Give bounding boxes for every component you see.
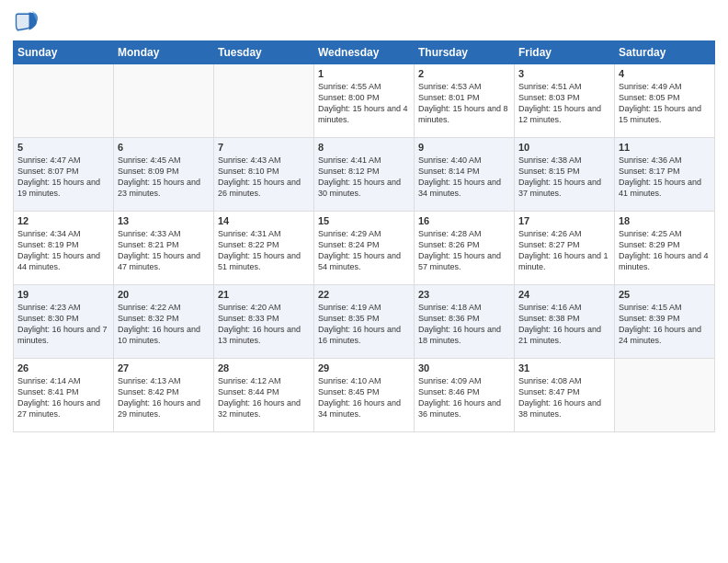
header-cell-saturday: Saturday bbox=[615, 41, 715, 64]
day-info: Sunrise: 4:47 AM Sunset: 8:07 PM Dayligh… bbox=[17, 155, 109, 200]
day-info: Sunrise: 4:08 AM Sunset: 8:47 PM Dayligh… bbox=[518, 375, 610, 420]
day-number: 27 bbox=[118, 362, 210, 373]
day-number: 24 bbox=[518, 289, 610, 300]
day-info: Sunrise: 4:49 AM Sunset: 8:05 PM Dayligh… bbox=[619, 81, 711, 126]
week-row-3: 19Sunrise: 4:23 AM Sunset: 8:30 PM Dayli… bbox=[14, 285, 715, 359]
day-number: 15 bbox=[318, 215, 410, 226]
day-number: 3 bbox=[518, 68, 610, 79]
day-cell: 17Sunrise: 4:26 AM Sunset: 8:27 PM Dayli… bbox=[515, 212, 615, 285]
day-info: Sunrise: 4:09 AM Sunset: 8:46 PM Dayligh… bbox=[418, 375, 510, 420]
day-cell: 26Sunrise: 4:14 AM Sunset: 8:41 PM Dayli… bbox=[14, 359, 114, 432]
day-cell: 20Sunrise: 4:22 AM Sunset: 8:32 PM Dayli… bbox=[114, 285, 214, 359]
header-cell-tuesday: Tuesday bbox=[214, 41, 314, 64]
week-row-4: 26Sunrise: 4:14 AM Sunset: 8:41 PM Dayli… bbox=[14, 359, 715, 432]
week-row-2: 12Sunrise: 4:34 AM Sunset: 8:19 PM Dayli… bbox=[14, 212, 715, 285]
day-cell: 12Sunrise: 4:34 AM Sunset: 8:19 PM Dayli… bbox=[14, 212, 114, 285]
day-cell: 15Sunrise: 4:29 AM Sunset: 8:24 PM Dayli… bbox=[314, 212, 415, 285]
day-cell: 11Sunrise: 4:36 AM Sunset: 8:17 PM Dayli… bbox=[615, 138, 715, 212]
day-info: Sunrise: 4:43 AM Sunset: 8:10 PM Dayligh… bbox=[218, 155, 310, 200]
day-cell: 2Sunrise: 4:53 AM Sunset: 8:01 PM Daylig… bbox=[415, 64, 515, 138]
day-number: 30 bbox=[418, 362, 510, 373]
day-info: Sunrise: 4:33 AM Sunset: 8:21 PM Dayligh… bbox=[118, 228, 210, 273]
day-info: Sunrise: 4:14 AM Sunset: 8:41 PM Dayligh… bbox=[17, 375, 109, 420]
calendar-table: SundayMondayTuesdayWednesdayThursdayFrid… bbox=[13, 40, 715, 432]
day-number: 4 bbox=[619, 68, 711, 79]
day-number: 16 bbox=[418, 215, 510, 226]
day-number: 25 bbox=[619, 289, 711, 300]
day-info: Sunrise: 4:31 AM Sunset: 8:22 PM Dayligh… bbox=[218, 228, 310, 273]
day-cell: 4Sunrise: 4:49 AM Sunset: 8:05 PM Daylig… bbox=[615, 64, 715, 138]
header-cell-monday: Monday bbox=[114, 41, 214, 64]
day-cell: 25Sunrise: 4:15 AM Sunset: 8:39 PM Dayli… bbox=[615, 285, 715, 359]
header-cell-friday: Friday bbox=[515, 41, 615, 64]
day-cell: 16Sunrise: 4:28 AM Sunset: 8:26 PM Dayli… bbox=[415, 212, 515, 285]
day-cell: 30Sunrise: 4:09 AM Sunset: 8:46 PM Dayli… bbox=[415, 359, 515, 432]
day-cell bbox=[14, 64, 114, 138]
day-info: Sunrise: 4:29 AM Sunset: 8:24 PM Dayligh… bbox=[318, 228, 410, 273]
day-info: Sunrise: 4:18 AM Sunset: 8:36 PM Dayligh… bbox=[418, 302, 510, 347]
day-cell: 8Sunrise: 4:41 AM Sunset: 8:12 PM Daylig… bbox=[314, 138, 415, 212]
day-number: 1 bbox=[318, 68, 410, 79]
day-number: 19 bbox=[17, 289, 109, 300]
day-number: 17 bbox=[518, 215, 610, 226]
day-cell: 3Sunrise: 4:51 AM Sunset: 8:03 PM Daylig… bbox=[515, 64, 615, 138]
day-cell bbox=[114, 64, 214, 138]
day-info: Sunrise: 4:22 AM Sunset: 8:32 PM Dayligh… bbox=[118, 302, 210, 347]
day-info: Sunrise: 4:40 AM Sunset: 8:14 PM Dayligh… bbox=[418, 155, 510, 200]
day-number: 23 bbox=[418, 289, 510, 300]
week-row-1: 5Sunrise: 4:47 AM Sunset: 8:07 PM Daylig… bbox=[14, 138, 715, 212]
day-number: 7 bbox=[218, 142, 310, 153]
day-cell: 28Sunrise: 4:12 AM Sunset: 8:44 PM Dayli… bbox=[214, 359, 314, 432]
day-info: Sunrise: 4:23 AM Sunset: 8:30 PM Dayligh… bbox=[17, 302, 109, 347]
header-cell-thursday: Thursday bbox=[415, 41, 515, 64]
day-number: 14 bbox=[218, 215, 310, 226]
day-cell: 23Sunrise: 4:18 AM Sunset: 8:36 PM Dayli… bbox=[415, 285, 515, 359]
day-info: Sunrise: 4:28 AM Sunset: 8:26 PM Dayligh… bbox=[418, 228, 510, 273]
day-info: Sunrise: 4:10 AM Sunset: 8:45 PM Dayligh… bbox=[318, 375, 410, 420]
day-info: Sunrise: 4:45 AM Sunset: 8:09 PM Dayligh… bbox=[118, 155, 210, 200]
day-number: 10 bbox=[518, 142, 610, 153]
day-cell: 1Sunrise: 4:55 AM Sunset: 8:00 PM Daylig… bbox=[314, 64, 415, 138]
day-number: 18 bbox=[619, 215, 711, 226]
day-info: Sunrise: 4:53 AM Sunset: 8:01 PM Dayligh… bbox=[418, 81, 510, 126]
header bbox=[13, 9, 715, 35]
day-number: 21 bbox=[218, 289, 310, 300]
day-info: Sunrise: 4:15 AM Sunset: 8:39 PM Dayligh… bbox=[619, 302, 711, 347]
day-cell: 10Sunrise: 4:38 AM Sunset: 8:15 PM Dayli… bbox=[515, 138, 615, 212]
day-cell: 22Sunrise: 4:19 AM Sunset: 8:35 PM Dayli… bbox=[314, 285, 415, 359]
day-number: 2 bbox=[418, 68, 510, 79]
calendar-page: SundayMondayTuesdayWednesdayThursdayFrid… bbox=[0, 0, 728, 563]
day-number: 8 bbox=[318, 142, 410, 153]
day-cell: 19Sunrise: 4:23 AM Sunset: 8:30 PM Dayli… bbox=[14, 285, 114, 359]
header-row: SundayMondayTuesdayWednesdayThursdayFrid… bbox=[14, 41, 715, 64]
day-cell bbox=[615, 359, 715, 432]
day-number: 13 bbox=[118, 215, 210, 226]
day-info: Sunrise: 4:34 AM Sunset: 8:19 PM Dayligh… bbox=[17, 228, 109, 273]
day-cell: 6Sunrise: 4:45 AM Sunset: 8:09 PM Daylig… bbox=[114, 138, 214, 212]
day-cell: 27Sunrise: 4:13 AM Sunset: 8:42 PM Dayli… bbox=[114, 359, 214, 432]
day-cell: 13Sunrise: 4:33 AM Sunset: 8:21 PM Dayli… bbox=[114, 212, 214, 285]
day-number: 20 bbox=[118, 289, 210, 300]
day-info: Sunrise: 4:19 AM Sunset: 8:35 PM Dayligh… bbox=[318, 302, 410, 347]
day-cell bbox=[214, 64, 314, 138]
day-number: 26 bbox=[17, 362, 109, 373]
day-cell: 5Sunrise: 4:47 AM Sunset: 8:07 PM Daylig… bbox=[14, 138, 114, 212]
week-row-0: 1Sunrise: 4:55 AM Sunset: 8:00 PM Daylig… bbox=[14, 64, 715, 138]
header-cell-wednesday: Wednesday bbox=[314, 41, 415, 64]
day-number: 6 bbox=[118, 142, 210, 153]
day-number: 12 bbox=[17, 215, 109, 226]
day-cell: 21Sunrise: 4:20 AM Sunset: 8:33 PM Dayli… bbox=[214, 285, 314, 359]
day-number: 22 bbox=[318, 289, 410, 300]
header-cell-sunday: Sunday bbox=[14, 41, 114, 64]
day-cell: 29Sunrise: 4:10 AM Sunset: 8:45 PM Dayli… bbox=[314, 359, 415, 432]
day-cell: 31Sunrise: 4:08 AM Sunset: 8:47 PM Dayli… bbox=[515, 359, 615, 432]
day-number: 11 bbox=[619, 142, 711, 153]
day-info: Sunrise: 4:25 AM Sunset: 8:29 PM Dayligh… bbox=[619, 228, 711, 273]
day-info: Sunrise: 4:26 AM Sunset: 8:27 PM Dayligh… bbox=[518, 228, 610, 273]
day-info: Sunrise: 4:38 AM Sunset: 8:15 PM Dayligh… bbox=[518, 155, 610, 200]
logo bbox=[13, 9, 40, 35]
day-info: Sunrise: 4:12 AM Sunset: 8:44 PM Dayligh… bbox=[218, 375, 310, 420]
day-cell: 7Sunrise: 4:43 AM Sunset: 8:10 PM Daylig… bbox=[214, 138, 314, 212]
day-info: Sunrise: 4:36 AM Sunset: 8:17 PM Dayligh… bbox=[619, 155, 711, 200]
day-number: 31 bbox=[518, 362, 610, 373]
